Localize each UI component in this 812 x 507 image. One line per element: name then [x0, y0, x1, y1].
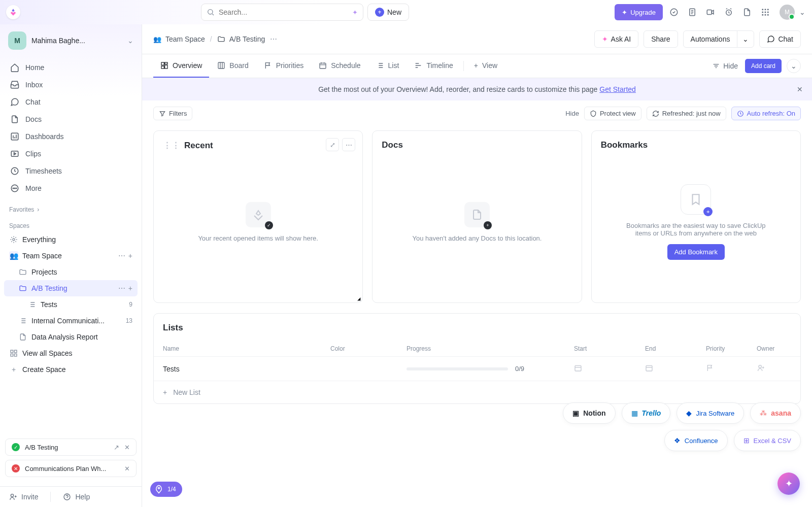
integration-confluence[interactable]: ❖Confluence — [664, 430, 728, 451]
app-logo[interactable] — [6, 5, 20, 19]
automations-dropdown[interactable]: ⌄ — [737, 30, 754, 48]
tab-priorities[interactable]: Priorities — [257, 54, 311, 78]
toolbar-hide[interactable]: Hide — [565, 110, 579, 117]
close-icon[interactable]: ✕ — [124, 444, 130, 451]
help-icon — [63, 493, 71, 501]
record-icon[interactable] — [703, 5, 718, 19]
plus-icon[interactable]: + — [128, 284, 132, 292]
add-card-button[interactable]: Add card — [745, 59, 782, 73]
doc-new-icon[interactable] — [740, 5, 754, 19]
user-avatar[interactable]: M — [780, 5, 795, 20]
spaces-header[interactable]: Spaces — [0, 215, 142, 231]
banner-get-started-link[interactable]: Get Started — [599, 85, 636, 93]
nav-more[interactable]: More — [4, 180, 138, 197]
sparkle-icon: ✦ — [785, 478, 793, 489]
tab-overview[interactable]: Overview — [153, 54, 209, 78]
refreshed-chip[interactable]: Refreshed: just now — [647, 107, 726, 120]
global-search[interactable]: ✦ — [201, 4, 363, 21]
help-button[interactable]: Help — [63, 493, 90, 501]
nav-docs[interactable]: Docs — [4, 111, 138, 128]
favorites-header[interactable]: Favorites› — [0, 199, 142, 215]
tree-ab-testing[interactable]: A/B Testing⋯+ — [4, 280, 138, 296]
list-row-tests[interactable]: Tests 0/9 — [154, 357, 800, 381]
lists-card: Lists Name Color Progress Start End Prio… — [153, 313, 801, 404]
integration-trello[interactable]: ▦Trello — [622, 402, 671, 424]
end-date-cell[interactable] — [645, 364, 706, 374]
overview-banner: Get the most out of your Overview! Add, … — [142, 78, 812, 100]
reminder-icon[interactable] — [722, 5, 736, 19]
breadcrumb-folder[interactable]: A/B Testing — [217, 35, 265, 43]
bottom-card-ab-testing[interactable]: ✓A/B Testing↗✕ — [5, 438, 137, 456]
banner-close-icon[interactable]: ✕ — [797, 85, 803, 93]
share-button[interactable]: Share — [644, 30, 678, 48]
tab-board[interactable]: Board — [210, 54, 255, 78]
more-icon[interactable]: ⋯ — [118, 284, 125, 292]
tree-data-report[interactable]: Data Analysis Report — [4, 329, 138, 345]
tab-add-view[interactable]: +View — [467, 54, 504, 78]
bookmark-empty-icon: + — [681, 184, 711, 215]
bottom-card-communications[interactable]: ✕Communications Plan Wh...✕ — [5, 460, 137, 477]
tab-list[interactable]: List — [369, 54, 407, 78]
plus-icon: + — [9, 365, 18, 374]
add-card-dropdown[interactable]: ⌄ — [787, 59, 801, 73]
nav-clips[interactable]: Clips — [4, 145, 138, 162]
chat-button[interactable]: Chat — [759, 30, 801, 48]
protect-view-chip[interactable]: Protect view — [584, 107, 641, 120]
integration-asana[interactable]: ⁂asana — [750, 402, 801, 424]
add-bookmark-button[interactable]: Add Bookmark — [667, 244, 725, 260]
auto-refresh-chip[interactable]: Auto refresh: On — [731, 107, 801, 120]
open-icon[interactable]: ↗ — [114, 444, 119, 451]
search-input[interactable] — [219, 8, 348, 16]
integration-jira[interactable]: ◆Jira Software — [676, 402, 744, 424]
task-check-icon[interactable] — [667, 5, 681, 19]
calendar-icon — [574, 364, 582, 372]
invite-button[interactable]: Invite — [9, 493, 38, 501]
workspace-switcher[interactable]: M Mahima Baghe... ⌄ — [0, 24, 142, 57]
more-icon[interactable]: ⋯ — [118, 252, 125, 260]
drag-handle-icon[interactable]: ⋮⋮ — [163, 140, 180, 151]
onboarding-progress-pill[interactable]: 1/4 — [150, 482, 182, 497]
tree-everything[interactable]: Everything — [4, 231, 138, 248]
tree-view-all-spaces[interactable]: View all Spaces — [4, 345, 138, 361]
new-list-button[interactable]: +New List — [154, 381, 800, 403]
tree-tests[interactable]: Tests9 — [4, 296, 138, 313]
tree-team-space[interactable]: 👥Team Space⋯+ — [4, 248, 138, 264]
integration-notion[interactable]: ▣Notion — [563, 402, 615, 424]
integration-excel-csv[interactable]: ⊞Excel & CSV — [734, 430, 801, 451]
start-date-cell[interactable] — [574, 364, 645, 374]
more-icon[interactable]: ⋯ — [342, 138, 355, 151]
new-button[interactable]: + New — [367, 4, 409, 21]
plus-icon[interactable]: + — [128, 252, 132, 260]
nav-inbox[interactable]: Inbox — [4, 76, 138, 93]
upgrade-button[interactable]: ✦ Upgrade — [615, 4, 663, 20]
nav-home[interactable]: Home — [4, 59, 138, 76]
close-icon[interactable]: ✕ — [124, 465, 130, 472]
view-tabs: Overview Board Priorities Schedule List … — [142, 54, 812, 78]
nav-dashboards[interactable]: Dashboards — [4, 128, 138, 145]
nav-timesheets[interactable]: Timesheets — [4, 162, 138, 180]
nav-chat[interactable]: Chat — [4, 93, 138, 111]
tree-create-space[interactable]: +Create Space — [4, 361, 138, 378]
tab-schedule[interactable]: Schedule — [312, 54, 367, 78]
chevron-down-icon[interactable]: ⌄ — [799, 5, 806, 19]
spaces-tree: Everything 👥Team Space⋯+ Projects A/B Te… — [0, 231, 142, 378]
grid-icon — [9, 349, 18, 358]
tree-internal-comm[interactable]: Internal Communicati...13 — [4, 313, 138, 329]
tab-timeline[interactable]: Timeline — [407, 54, 460, 78]
apps-grid-icon[interactable] — [758, 5, 772, 19]
automations-button[interactable]: Automations — [683, 30, 738, 48]
tree-projects[interactable]: Projects — [4, 264, 138, 280]
priority-cell[interactable] — [706, 364, 757, 374]
resize-handle-icon[interactable] — [354, 294, 361, 301]
expand-icon[interactable]: ⤢ — [326, 138, 339, 151]
filters-chip[interactable]: Filters — [153, 107, 192, 120]
owner-cell[interactable] — [757, 364, 791, 374]
ai-fab[interactable]: ✦ — [777, 472, 800, 495]
hide-views-button[interactable]: Hide — [712, 62, 738, 70]
breadcrumb-more-icon[interactable]: ⋯ — [270, 35, 277, 43]
ask-ai-button[interactable]: ✦Ask AI — [594, 30, 639, 48]
breadcrumb-space[interactable]: 👥Team Space — [153, 35, 205, 43]
svg-point-26 — [11, 494, 13, 497]
list-icon — [376, 61, 384, 70]
notepad-icon[interactable] — [685, 5, 699, 19]
